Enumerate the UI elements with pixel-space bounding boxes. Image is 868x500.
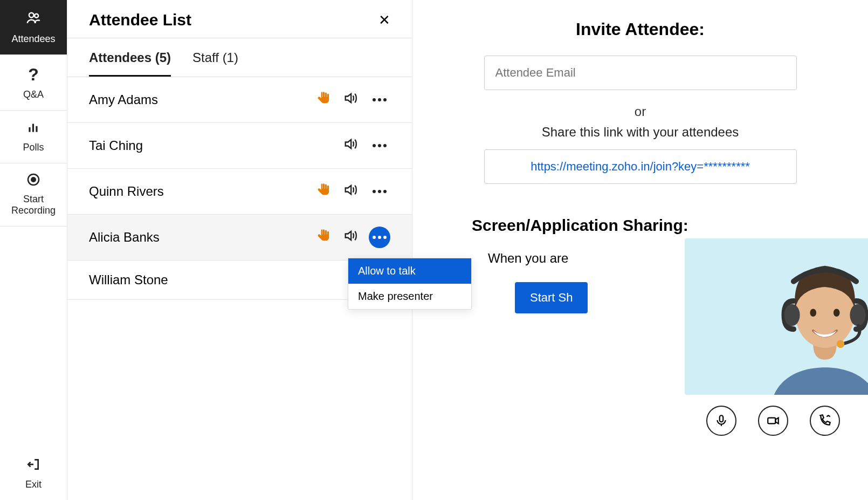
speaker-icon[interactable] (343, 228, 358, 246)
context-menu: Allow to talk Make presenter (348, 258, 472, 310)
attendee-row: Tai Ching (67, 123, 412, 169)
right-panel: Invite Attendee: or Share this link with… (412, 0, 868, 500)
meeting-link[interactable]: https://meeting.zoho.in/join?key=*******… (484, 149, 797, 184)
more-button[interactable] (369, 227, 390, 248)
hand-raised-icon (317, 91, 332, 109)
menu-allow-talk[interactable]: Allow to talk (348, 258, 471, 284)
attendee-name: Quinn Rivers (89, 184, 317, 199)
speaker-icon[interactable] (343, 136, 358, 155)
attendee-row: Amy Adams (67, 77, 412, 123)
bar-chart-icon (26, 120, 40, 138)
sidebar-recording-label1: Start (23, 194, 44, 205)
more-button[interactable] (369, 181, 390, 202)
svg-point-12 (850, 304, 865, 326)
sidebar-exit-label: Exit (25, 479, 42, 490)
close-icon[interactable]: ✕ (378, 12, 390, 29)
hand-raised-icon (317, 182, 332, 201)
svg-point-10 (833, 309, 840, 317)
mic-button[interactable] (706, 406, 736, 436)
svg-point-6 (31, 177, 36, 182)
attendee-name: Tai Ching (89, 138, 317, 153)
sidebar-qa-label: Q&A (23, 89, 44, 100)
attendee-row: Quinn Rivers (67, 169, 412, 215)
sharing-title: Screen/Application Sharing: (472, 216, 836, 235)
sidebar-qa[interactable]: ? Q&A (0, 55, 67, 111)
panel-header: Attendee List ✕ (67, 0, 412, 38)
tab-attendees[interactable]: Attendees (5) (89, 38, 171, 77)
svg-point-0 (29, 13, 34, 18)
more-button[interactable] (369, 135, 390, 156)
attendees-icon (25, 10, 42, 29)
sidebar: Attendees ? Q&A Polls Start Recording Ex… (0, 0, 67, 500)
svg-point-9 (810, 309, 816, 317)
sidebar-recording-label2: Recording (11, 205, 56, 216)
start-sharing-button[interactable]: Start Sh (515, 282, 588, 313)
attendee-name: Amy Adams (89, 92, 317, 107)
attendee-name: William Stone (89, 272, 390, 287)
camera-button[interactable] (758, 406, 788, 436)
hand-raised-icon (317, 228, 332, 246)
svg-rect-3 (32, 124, 34, 132)
speaker-icon[interactable] (343, 91, 358, 109)
share-link-label: Share this link with your attendees (445, 125, 836, 140)
attendee-row: Alicia Banks (67, 215, 412, 261)
video-frame (685, 238, 868, 395)
tab-staff[interactable]: Staff (1) (192, 38, 238, 77)
svg-rect-4 (36, 126, 37, 132)
sidebar-recording[interactable]: Start Recording (0, 163, 67, 227)
panel-title: Attendee List (89, 11, 191, 29)
svg-point-11 (784, 304, 800, 326)
record-icon (27, 173, 40, 189)
attendee-email-input[interactable] (484, 56, 797, 90)
invite-title: Invite Attendee: (445, 19, 836, 39)
attendee-name: Alicia Banks (89, 230, 317, 245)
svg-point-13 (837, 340, 845, 348)
exit-icon (26, 457, 40, 475)
sidebar-polls[interactable]: Polls (0, 111, 67, 163)
video-widget (685, 238, 868, 436)
question-icon: ? (28, 65, 39, 85)
svg-rect-15 (768, 418, 775, 424)
speaker-icon[interactable] (343, 182, 358, 201)
sidebar-attendees[interactable]: Attendees (0, 0, 67, 55)
svg-rect-2 (29, 127, 30, 132)
tabs: Attendees (5) Staff (1) (67, 38, 412, 77)
video-controls (685, 406, 868, 436)
more-button[interactable] (369, 89, 390, 111)
svg-point-1 (35, 14, 38, 18)
phone-button[interactable] (810, 406, 840, 436)
sidebar-attendees-label: Attendees (11, 33, 55, 45)
svg-rect-14 (720, 415, 724, 422)
attendee-panel: Attendee List ✕ Attendees (5) Staff (1) … (67, 0, 412, 500)
sidebar-polls-label: Polls (23, 142, 44, 153)
menu-make-presenter[interactable]: Make presenter (348, 284, 471, 309)
sidebar-exit[interactable]: Exit (0, 448, 67, 500)
or-text: or (445, 104, 836, 119)
presenter-avatar (739, 238, 868, 395)
